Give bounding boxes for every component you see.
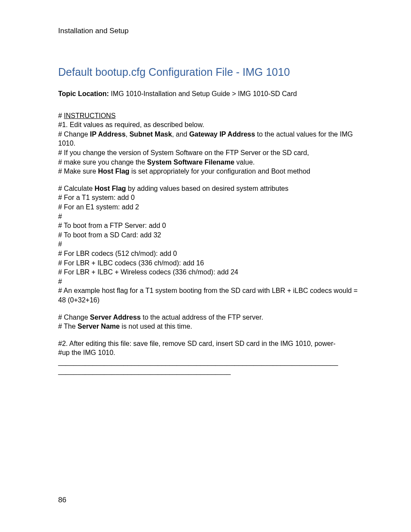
body-line: # Change Server Address to the actual ad… [58,313,360,322]
body-line: #up the IMG 1010. [58,348,360,358]
topic-location: Topic Location: IMG 1010-Installation an… [58,89,360,99]
body-line: # For LBR + ILBC codecs (336 ch/mod): ad… [58,258,360,268]
instructions-label: INSTRUCTIONS [64,112,115,119]
body-line: # Change IP Address, Subnet Mask, and Ga… [58,130,360,148]
page: Installation and Setup Default bootup.cf… [0,0,411,532]
body-line: # [58,240,360,249]
body-line: # [58,212,360,221]
body-line: # For LBR codecs (512 ch/mod): add 0 [58,249,360,258]
body-line: # For LBR + ILBC + Wireless codecs (336 … [58,268,360,277]
rule-line: ________________________________________… [58,367,360,376]
body-line: # An example host flag for a T1 system b… [58,286,360,305]
body-line: # To boot from a SD Card: add 32 [58,230,360,240]
instructions-line: # INSTRUCTIONS [58,111,360,121]
body-line: # To boot from a FTP Server: add 0 [58,221,360,230]
page-number: 86 [58,496,66,504]
rule-line: ________________________________________… [58,358,360,367]
body-line: # make sure you change the System Softwa… [58,158,360,167]
body-line: # [58,277,360,286]
body-line: #2. After editing this file: save file, … [58,339,360,348]
body-line: # The Server Name is not used at this ti… [58,322,360,331]
body-line: # If you change the version of System So… [58,148,360,158]
body-line: # Make sure Host Flag is set appropriate… [58,167,360,176]
topic-location-value: IMG 1010-Installation and Setup Guide > … [109,90,297,97]
body-line: # Calculate Host Flag by adding values b… [58,184,360,193]
page-title: Default bootup.cfg Configuration File - … [58,65,360,79]
body-text: # INSTRUCTIONS #1. Edit values as requir… [58,111,360,376]
body-line: #1. Edit values as required, as describe… [58,120,360,130]
body-line: # For a T1 system: add 0 [58,193,360,202]
topic-location-label: Topic Location: [58,90,109,97]
running-head: Installation and Setup [58,27,360,35]
body-line: # For an E1 system: add 2 [58,202,360,212]
